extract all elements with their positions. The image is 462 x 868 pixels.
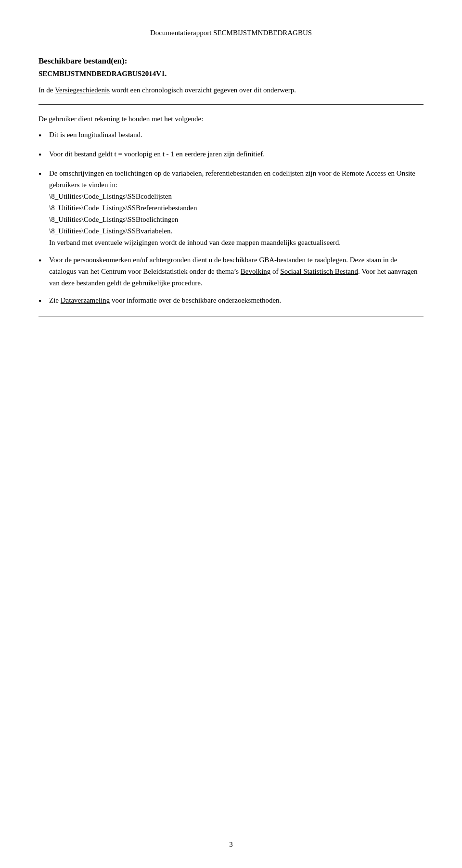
bullet-list: • Dit is een longitudinaal bestand. • Vo… — [38, 129, 424, 308]
bevolking-link[interactable]: Bevolking — [241, 268, 271, 275]
list-item: • Voor de persoonskenmerken en/of achter… — [38, 254, 424, 289]
bullet-text: Voor dit bestand geldt t = voorlopig en … — [49, 148, 424, 160]
bullet-icon: • — [38, 149, 49, 162]
header-title: Documentatierapport SECMBIJSTMNDBEDRAGBU… — [150, 29, 312, 37]
bullet-text-dataverzameling: Zie Dataverzameling voor informatie over… — [49, 294, 424, 306]
bullet-icon: • — [38, 295, 49, 308]
list-item: • Voor dit bestand geldt t = voorlopig e… — [38, 148, 424, 162]
page-number: 3 — [229, 841, 233, 849]
file-name: SECMBIJSTMNDBEDRAGBUS2014V1. — [38, 70, 424, 78]
bullet-icon: • — [38, 255, 49, 268]
list-item: • De omschrijvingen en toelichtingen op … — [38, 167, 424, 248]
page-header: Documentatierapport SECMBIJSTMNDBEDRAGBU… — [38, 29, 424, 37]
bullet-text-gba: Voor de persoonskenmerken en/of achtergr… — [49, 254, 424, 289]
section-title: Beschikbare bestand(en): — [38, 56, 424, 66]
bullet-icon: • — [38, 129, 49, 142]
bullet-text-code-listings: De omschrijvingen en toelichtingen op de… — [49, 167, 424, 248]
versiegeschiedenis-link[interactable]: Versiegeschiedenis — [55, 86, 110, 94]
top-divider — [38, 104, 424, 105]
note-header: De gebruiker dient rekening te houden me… — [38, 114, 424, 125]
page: Documentatierapport SECMBIJSTMNDBEDRAGBU… — [0, 0, 462, 868]
dataverzameling-link[interactable]: Dataverzameling — [61, 296, 110, 304]
bottom-divider — [38, 317, 424, 317]
bullet-icon: • — [38, 168, 49, 181]
of-text: of — [272, 268, 279, 275]
sociaal-statistisch-bestand-link[interactable]: Sociaal Statistisch Bestand — [280, 268, 358, 275]
list-item: • Zie Dataverzameling voor informatie ov… — [38, 294, 424, 308]
bullet-text: Dit is een longitudinaal bestand. — [49, 129, 424, 140]
list-item: • Dit is een longitudinaal bestand. — [38, 129, 424, 142]
intro-line: In de Versiegeschiedenis wordt een chron… — [38, 85, 424, 96]
